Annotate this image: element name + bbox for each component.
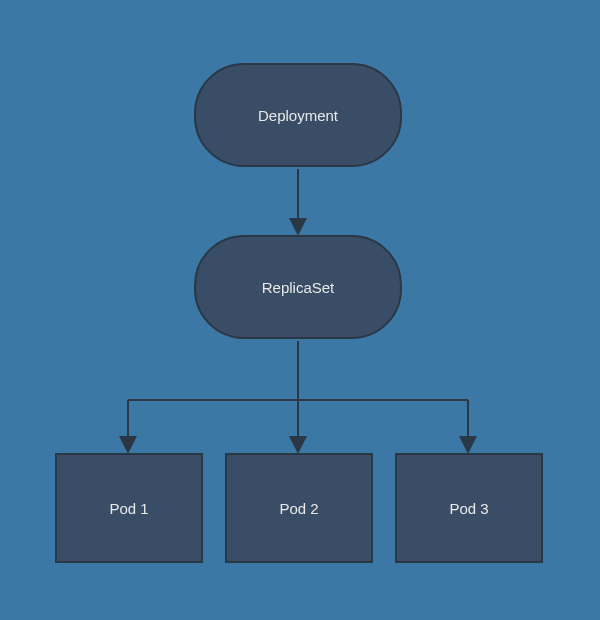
- pod1-node: Pod 1: [55, 453, 203, 563]
- pod2-node: Pod 2: [225, 453, 373, 563]
- deployment-node: Deployment: [194, 63, 402, 167]
- pod3-node: Pod 3: [395, 453, 543, 563]
- replicaset-label: ReplicaSet: [262, 279, 335, 296]
- deployment-label: Deployment: [258, 107, 338, 124]
- pod3-label: Pod 3: [449, 500, 488, 517]
- pod1-label: Pod 1: [109, 500, 148, 517]
- replicaset-node: ReplicaSet: [194, 235, 402, 339]
- pod2-label: Pod 2: [279, 500, 318, 517]
